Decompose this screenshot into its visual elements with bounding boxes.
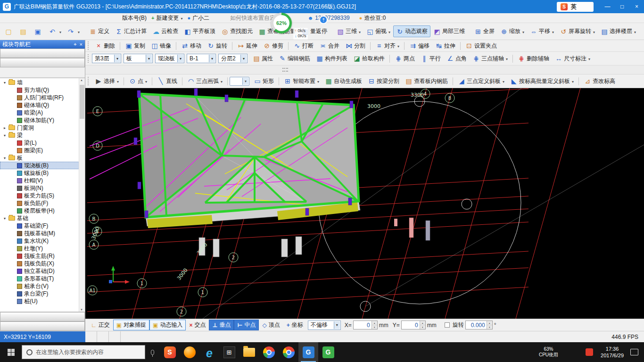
tree-item[interactable]: 砌体加筋(Y) [0,116,85,124]
toolbar-button[interactable]: ▦ 自动生成板 [322,75,365,87]
toolbar-button[interactable]: ▭ 矩形 [251,75,277,87]
dropdown-select[interactable]: 板 [124,54,153,63]
tree-item[interactable]: 基础 [0,214,85,222]
toolbar-button[interactable]: ╲ 直线 [154,75,180,87]
model-viewport[interactable]: EDBBAA112124833003000300030003000 [85,88,644,319]
snap-toggle-button[interactable]: ⊢ 中点 [234,320,259,330]
toolbar-grip[interactable] [88,41,90,50]
taskbar-app-icon[interactable]: ⊞ [219,342,239,362]
menu-item[interactable] [15,17,22,19]
tree-item[interactable]: 门窗洞 [0,124,85,132]
sogou-ime-icon[interactable]: S [561,3,568,10]
tree-item[interactable]: 圈梁(E) [0,147,85,154]
toolbar-button[interactable]: ⊞ 全屏 [471,25,497,37]
sidebar-section-button[interactable] [0,49,85,58]
tree-item[interactable]: 独立基础(D) [0,267,85,275]
toolbar-button[interactable]: ▤ 查看板内钢筋 [402,75,451,87]
tree-item[interactable]: 基础梁(F) [0,222,85,230]
angle-input[interactable]: 0.000 [465,321,493,329]
spinner[interactable] [487,321,492,329]
menu-item[interactable] [68,17,74,19]
snap-toggle-button[interactable]: + 坐标 [283,320,306,330]
tree-item[interactable]: 剪力墙(Q) [0,86,85,94]
menu-item[interactable] [48,17,55,19]
chevron-down-icon[interactable] [240,55,247,62]
toolbar-button[interactable]: ◫ 镜像 [148,40,174,52]
snap-toggle-button[interactable]: ⊥ 垂点 [209,320,234,330]
toolbar-button[interactable]: ↹ 拉伸 [432,40,458,52]
tree-item[interactable]: 板 [0,154,85,162]
toolbar-button[interactable]: ↶ [46,26,64,37]
menu-plugin-item[interactable]: + 新建变更 [149,14,185,22]
tree-item[interactable]: 螺旋板(B) [0,169,85,177]
toolbar-button[interactable]: ⋕ 删除辅轴 [515,53,552,65]
chevron-down-icon[interactable] [177,55,183,62]
menu-plugin-item[interactable]: 版本号(B) [118,14,149,22]
toolbar-button[interactable] [120,42,120,50]
toolbar-button[interactable] [460,42,461,50]
snap-toggle-button[interactable]: ∟ 正交 [88,320,113,330]
sidebar-bottom-button[interactable] [0,321,85,331]
toolbar-button[interactable]: ▤ 属性 [250,53,276,65]
menu-item[interactable] [2,17,8,19]
toolbar-button[interactable]: ▣ 复制 [122,40,148,52]
toolbar-button[interactable] [232,42,232,50]
toolbar-button[interactable]: ≣ 定义 [86,25,112,37]
tree-item[interactable]: 桩(U) [0,297,85,305]
toolbar-button[interactable] [176,42,176,50]
tree-item[interactable]: 集水坑(K) [0,237,85,245]
taskbar-app-icon[interactable] [259,342,279,362]
tray-icon[interactable] [586,348,593,356]
snap-toggle-button[interactable]: × 交点 [186,320,209,330]
close-icon[interactable]: × [80,41,83,48]
menu-item[interactable] [35,17,41,19]
ime-toolbar[interactable]: S 英 [557,2,594,12]
toolbar-grip[interactable] [88,54,90,63]
dropdown-select[interactable]: B-1 [187,54,216,63]
toolbar-button[interactable]: ▢ [2,26,17,37]
toolbar-button[interactable] [182,77,182,85]
progress-ring[interactable]: 62% [271,13,292,33]
tree-item[interactable]: 桩承台(V) [0,282,85,290]
toolbar-button[interactable]: ↔ 尺寸标注 [552,53,593,65]
toolbar-button[interactable]: ⋕ 三点辅轴 [470,53,511,65]
toolbar-button[interactable] [389,55,390,63]
taskbar-app-icon[interactable] [239,342,259,362]
toolbar-button[interactable]: Σ 汇总计算 [112,25,149,37]
toolbar-button[interactable]: ▤ 选择楼层 [598,25,639,37]
toolbar-button[interactable] [227,77,228,85]
toolbar-button[interactable]: ◢ 三点定义斜板 [455,75,507,87]
toolbar-button[interactable]: × 删除 [92,40,118,52]
chevron-down-icon[interactable] [334,321,340,329]
toolbar-button[interactable]: ⇄ 移动 [178,40,204,52]
toolbar-button[interactable] [279,77,279,85]
menu-item[interactable] [28,17,35,19]
toolbar-button[interactable]: ▤ [17,26,31,37]
taskbar-app-icon[interactable]: e [199,342,219,362]
toolbar-button[interactable]: ↺ 屏幕旋转 [557,25,598,37]
chevron-down-icon[interactable] [146,55,152,62]
toolbar-button[interactable]: ◱ 俯视 [363,25,393,37]
toolbar-button[interactable]: ⊡ 设置夹点 [462,40,500,52]
toolbar-button[interactable]: ⊘ 修剪 [260,40,286,52]
scrollbar-thumb[interactable] [80,85,84,119]
menu-item[interactable] [55,17,61,19]
toolbar-button[interactable] [152,77,152,85]
toolbar-button[interactable]: ⊿ 查改标高 [581,75,618,87]
toolbar-button[interactable]: ⋕ 两点 [392,53,418,65]
dock-grip[interactable] [282,68,288,72]
taskbar-search[interactable]: 在这里输入你要搜索的内容 [22,345,145,359]
toolbar-button[interactable]: ↷ [64,26,83,37]
toolbar-button[interactable] [230,77,249,86]
toolbar-button[interactable]: ✎ 编辑钢筋 [276,53,313,65]
toolbar-button[interactable]: ◎ 查找图元 [218,25,256,37]
tree-item[interactable]: 柱帽(V) [0,177,85,184]
sidebar-bottom-button[interactable] [0,312,85,321]
mic-icon[interactable] [151,350,154,355]
maximize-button[interactable]: □ [615,0,629,13]
tree-item[interactable]: 人防门框墙(RF) [0,94,85,101]
toolbar-button[interactable]: ∿ 打断 [290,40,316,52]
menu-plugin-item[interactable]: ● 广小二 [185,14,212,22]
tree-item[interactable]: 板受力筋(S) [0,192,85,199]
tree-item[interactable]: 板负筋(F) [0,199,85,207]
